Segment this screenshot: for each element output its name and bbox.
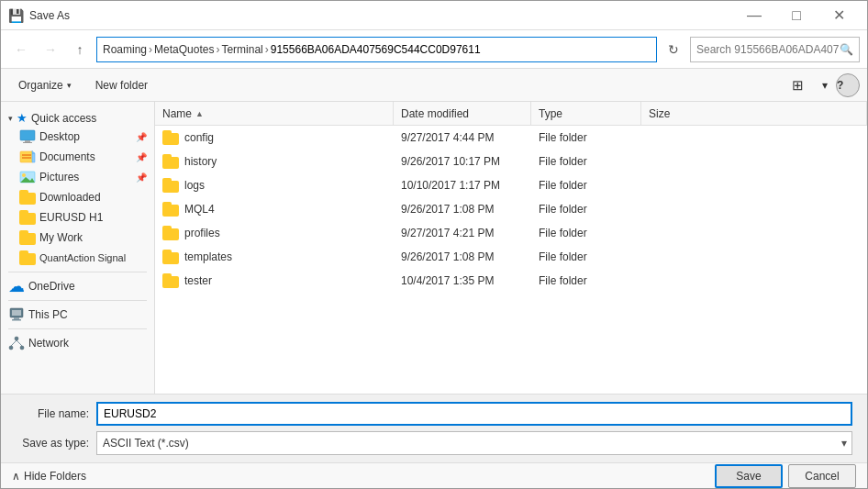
row-folder-icon	[162, 130, 179, 145]
table-row[interactable]: profiles 9/27/2017 4:21 PM File folder	[155, 221, 867, 245]
quantaction-folder-icon	[19, 250, 36, 265]
save-as-dialog: 💾 Save As — □ ✕ ← → ↑ Roaming › MetaQuot…	[0, 0, 868, 489]
address-path[interactable]: Roaming › MetaQuotes › Terminal › 915566…	[96, 37, 657, 62]
search-icon: 🔍	[840, 43, 853, 56]
maximize-button[interactable]: □	[775, 1, 818, 30]
sidebar-item-thispc[interactable]: This PC	[1, 305, 154, 325]
col-header-name[interactable]: Name ▲	[155, 102, 394, 125]
refresh-button[interactable]: ↻	[661, 37, 686, 62]
filename-input[interactable]	[96, 402, 852, 426]
row-folder-icon	[162, 226, 179, 240]
cell-type: File folder	[531, 203, 641, 216]
table-row[interactable]: tester 10/4/2017 1:35 PM File folder	[155, 269, 867, 293]
cell-type: File folder	[531, 274, 641, 287]
cell-date: 9/26/2017 1:08 PM	[394, 250, 531, 263]
cancel-button[interactable]: Cancel	[788, 464, 856, 488]
quick-access-header[interactable]: ▾ ★ Quick access	[1, 106, 154, 127]
cell-type: File folder	[531, 155, 641, 168]
back-button[interactable]: ←	[8, 37, 34, 62]
col-header-size[interactable]: Size	[641, 102, 867, 125]
svg-point-8	[22, 173, 26, 177]
table-row[interactable]: config 9/27/2017 4:44 PM File folder	[155, 126, 867, 150]
col-header-type[interactable]: Type	[531, 102, 641, 125]
new-folder-button[interactable]: New folder	[85, 73, 158, 97]
col-type-label: Type	[539, 107, 562, 120]
action-buttons: Save Cancel	[715, 464, 856, 488]
hide-folders-label: Hide Folders	[24, 470, 86, 483]
cell-type: File folder	[531, 131, 641, 144]
save-button[interactable]: Save	[715, 464, 783, 488]
col-date-label: Date modified	[401, 107, 469, 120]
cell-name: profiles	[155, 226, 394, 240]
hide-folders-button[interactable]: ∧ Hide Folders	[12, 470, 86, 483]
window-title: Save As	[29, 9, 733, 22]
title-bar: 💾 Save As — □ ✕	[1, 1, 867, 30]
cell-name-text: templates	[184, 250, 232, 263]
breadcrumb-roaming: Roaming	[103, 43, 147, 56]
main-content: ▾ ★ Quick access Desktop 📌	[1, 102, 867, 394]
downloaded-label: Downloaded	[39, 191, 101, 204]
sidebar-item-network[interactable]: Network	[1, 333, 154, 353]
address-bar: ← → ↑ Roaming › MetaQuotes › Terminal › …	[1, 30, 867, 69]
cell-name-text: tester	[184, 274, 212, 287]
sidebar: ▾ ★ Quick access Desktop 📌	[1, 102, 155, 394]
svg-point-15	[9, 346, 13, 350]
thispc-label: This PC	[28, 308, 68, 321]
svg-rect-3	[20, 151, 33, 162]
organize-button[interactable]: Organize ▾	[8, 73, 82, 97]
sidebar-item-downloaded[interactable]: Downloaded	[1, 187, 154, 207]
documents-icon	[19, 150, 36, 164]
col-size-label: Size	[649, 107, 670, 120]
cell-date: 10/4/2017 1:35 PM	[394, 274, 531, 287]
col-header-date[interactable]: Date modified	[394, 102, 531, 125]
network-icon	[8, 336, 25, 350]
sidebar-item-quantaction[interactable]: QuantAction Signal	[1, 248, 154, 268]
sidebar-item-desktop[interactable]: Desktop 📌	[1, 127, 154, 147]
svg-rect-12	[14, 317, 19, 319]
desktop-label: Desktop	[39, 130, 80, 143]
sidebar-item-eurusd[interactable]: EURUSD H1	[1, 207, 154, 228]
quick-access-chevron: ▾	[8, 114, 13, 123]
cell-name: config	[155, 130, 394, 145]
sidebar-item-pictures[interactable]: Pictures 📌	[1, 167, 154, 187]
forward-button[interactable]: →	[38, 37, 63, 62]
svg-point-16	[20, 346, 24, 350]
filetype-label: Save as type:	[16, 437, 89, 450]
svg-rect-2	[23, 142, 32, 143]
table-row[interactable]: logs 10/10/2017 1:17 PM File folder	[155, 173, 867, 197]
filetype-select[interactable]: ASCII Text (*.csv) CSV (*.csv) Text (*.t…	[96, 431, 852, 455]
sidebar-item-documents[interactable]: Documents 📌	[1, 147, 154, 167]
view-arrow-button[interactable]: ▾	[818, 73, 832, 97]
search-box[interactable]: 🔍	[690, 37, 860, 62]
divider-2	[8, 300, 147, 301]
view-button[interactable]: ⊞	[782, 73, 814, 97]
downloaded-folder-icon	[19, 190, 36, 205]
bottom-bar: File name: Save as type: ASCII Text (*.c…	[1, 394, 867, 462]
quantaction-label: QuantAction Signal	[39, 252, 126, 263]
svg-rect-1	[25, 140, 30, 142]
sidebar-item-onedrive[interactable]: ☁ OneDrive	[1, 276, 154, 296]
help-button[interactable]: ?	[836, 73, 860, 97]
row-folder-icon	[162, 273, 179, 288]
table-row[interactable]: history 9/26/2017 10:17 PM File folder	[155, 150, 867, 173]
up-button[interactable]: ↑	[67, 37, 93, 62]
eurusd-folder-icon	[19, 210, 36, 225]
onedrive-icon: ☁	[8, 279, 25, 294]
documents-label: Documents	[39, 150, 95, 163]
row-folder-icon	[162, 154, 179, 169]
cell-date: 9/27/2017 4:44 PM	[394, 131, 531, 144]
close-button[interactable]: ✕	[818, 1, 860, 30]
minimize-button[interactable]: —	[733, 1, 775, 30]
table-row[interactable]: MQL4 9/26/2017 1:08 PM File folder	[155, 197, 867, 221]
cell-name: templates	[155, 250, 394, 264]
mywork-folder-icon	[19, 230, 36, 245]
table-row[interactable]: templates 9/26/2017 1:08 PM File folder	[155, 245, 867, 269]
cell-name-text: config	[184, 131, 214, 144]
cell-type: File folder	[531, 227, 641, 239]
quick-access-label: Quick access	[31, 112, 96, 125]
hide-folders-chevron: ∧	[12, 470, 20, 483]
search-input[interactable]	[696, 43, 840, 56]
pictures-pin-icon: 📌	[136, 172, 147, 183]
cell-date: 10/10/2017 1:17 PM	[394, 179, 531, 192]
sidebar-item-mywork[interactable]: My Work	[1, 228, 154, 248]
